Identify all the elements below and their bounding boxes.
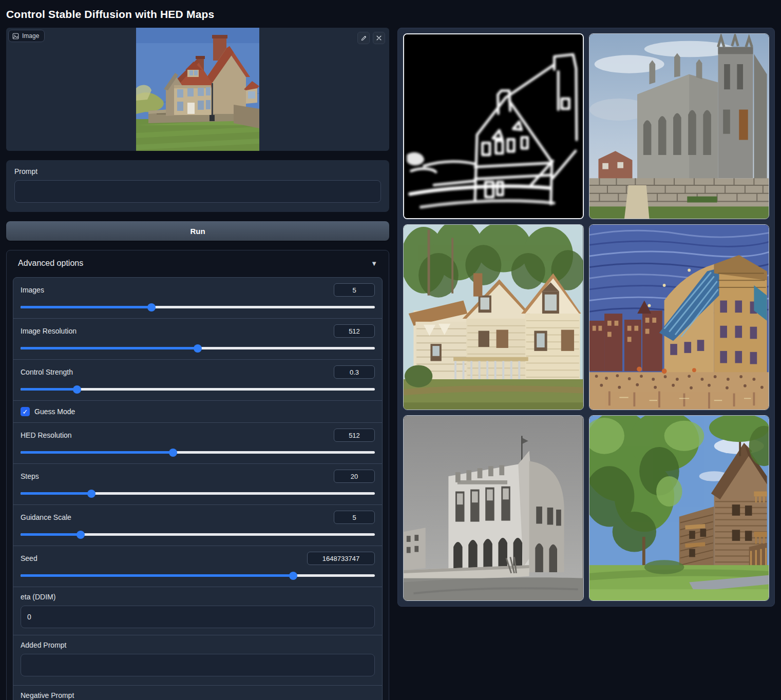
control-strength-slider[interactable] — [21, 385, 375, 394]
eta-ddim-label: eta (DDIM) — [21, 593, 375, 601]
eta-ddim-input[interactable] — [21, 606, 375, 628]
advanced-options-header[interactable]: Advanced options ▼ — [13, 257, 383, 270]
slider-row-hed-resolution: HED Resolution — [13, 422, 382, 463]
slider-row-images: Images — [13, 278, 382, 318]
slider-handle[interactable] — [169, 449, 177, 457]
seed-slider[interactable] — [21, 572, 375, 580]
page-title: Control Stable Diffusion with HED Maps — [6, 5, 775, 28]
image-resolution-slider[interactable] — [21, 344, 375, 353]
slider-handle[interactable] — [289, 572, 297, 580]
wooden-house-image — [404, 225, 583, 410]
advanced-options-panel: Advanced options ▼ Images — [6, 250, 389, 700]
prompt-label: Prompt — [14, 167, 381, 176]
close-icon — [376, 35, 382, 41]
cathedral-image — [589, 34, 769, 219]
added-prompt-row: Added Prompt — [13, 635, 382, 685]
image-icon — [12, 33, 19, 40]
gallery-item-grayscale-building[interactable] — [403, 415, 584, 601]
image-badge-label: Image — [22, 32, 39, 40]
painterly-building-image — [589, 225, 769, 410]
hed-resolution-value[interactable] — [334, 429, 375, 442]
steps-label: Steps — [21, 472, 39, 480]
slider-handle[interactable] — [87, 490, 96, 498]
rustic-house-image — [589, 416, 769, 600]
seed-value[interactable] — [307, 552, 375, 565]
image-resolution-value[interactable] — [334, 324, 375, 338]
slider-handle[interactable] — [194, 344, 202, 353]
slider-row-seed: Seed — [13, 546, 382, 587]
advanced-options-title: Advanced options — [18, 259, 83, 268]
image-label-badge: Image — [8, 30, 45, 42]
prompt-input[interactable] — [14, 180, 381, 203]
chevron-down-icon: ▼ — [371, 260, 377, 267]
image-input-panel[interactable]: Image — [6, 28, 389, 151]
controls-column: Image — [6, 28, 389, 700]
prompt-panel: Prompt — [6, 160, 389, 212]
hed-resolution-label: HED Resolution — [21, 431, 72, 439]
slider-row-control-strength: Control Strength — [13, 359, 382, 400]
control-strength-label: Control Strength — [21, 368, 73, 376]
added-prompt-label: Added Prompt — [21, 641, 375, 649]
app-root: Control Stable Diffusion with HED Maps I… — [0, 0, 781, 700]
images-label: Images — [21, 286, 44, 294]
guidance-scale-label: Guidance Scale — [21, 513, 71, 521]
negative-prompt-row: Negative Prompt — [13, 685, 382, 700]
eta-ddim-row: eta (DDIM) — [13, 587, 382, 635]
pencil-icon — [360, 35, 367, 42]
gallery-item-cathedral[interactable] — [589, 33, 770, 219]
run-button[interactable]: Run — [6, 221, 389, 241]
guess-mode-label: Guess Mode — [34, 407, 75, 416]
slider-row-image-resolution: Image Resolution — [13, 318, 382, 359]
gallery-item-rustic-house[interactable] — [589, 415, 770, 601]
gallery-item-wooden-house[interactable] — [403, 224, 584, 410]
steps-value[interactable] — [334, 470, 375, 483]
grayscale-building-image — [404, 416, 583, 600]
uploaded-image[interactable] — [136, 28, 259, 151]
slider-handle[interactable] — [77, 531, 85, 539]
negative-prompt-label: Negative Prompt — [21, 691, 375, 699]
slider-row-guidance-scale: Guidance Scale — [13, 504, 382, 546]
guidance-scale-slider[interactable] — [21, 531, 375, 539]
guidance-scale-value[interactable] — [334, 511, 375, 524]
added-prompt-input[interactable] — [21, 654, 375, 676]
images-slider[interactable] — [21, 303, 375, 312]
control-strength-value[interactable] — [334, 365, 375, 379]
advanced-options-group: Images Image Resolution — [13, 277, 383, 700]
gallery-item-hed-map[interactable] — [403, 33, 584, 219]
seed-label: Seed — [21, 554, 37, 562]
image-resolution-label: Image Resolution — [21, 327, 77, 335]
clear-image-button[interactable] — [373, 32, 385, 44]
gallery-item-painterly[interactable] — [589, 224, 770, 410]
guess-mode-checkbox[interactable]: ✓ — [21, 407, 30, 416]
slider-handle[interactable] — [73, 385, 81, 394]
guess-mode-checkbox-row[interactable]: ✓ Guess Mode — [13, 400, 382, 422]
output-gallery — [397, 28, 775, 607]
hed-edge-map-image — [404, 34, 583, 218]
uploaded-house-photo — [136, 28, 259, 151]
slider-row-steps: Steps — [13, 463, 382, 504]
steps-slider[interactable] — [21, 490, 375, 498]
edit-image-button[interactable] — [357, 32, 370, 44]
hed-resolution-slider[interactable] — [21, 449, 375, 457]
slider-handle[interactable] — [147, 303, 156, 312]
images-value[interactable] — [334, 283, 375, 297]
